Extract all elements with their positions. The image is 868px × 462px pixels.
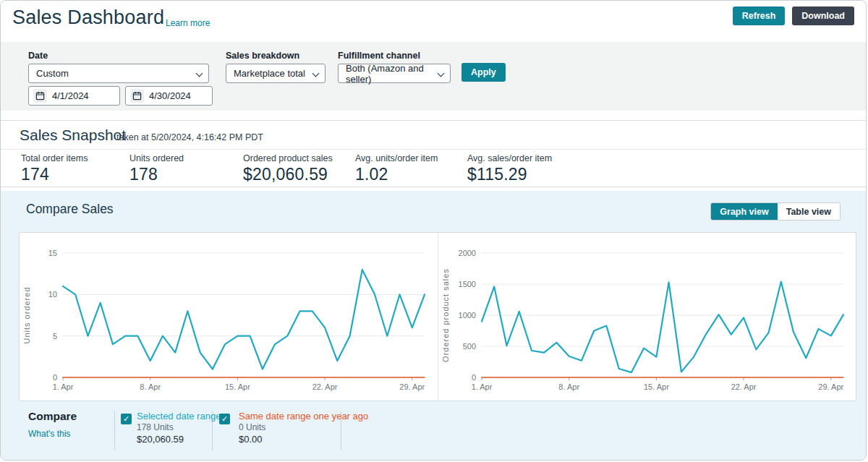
svg-text:1. Apr: 1. Apr [472,382,493,391]
svg-text:500: 500 [463,342,476,351]
units-ordered-chart: 0510151. Apr8. Apr15. Apr22. Apr29. AprU… [20,233,438,401]
svg-text:15: 15 [48,249,57,257]
svg-text:1000: 1000 [459,311,476,320]
sales-breakdown-label: Sales breakdown [226,51,299,61]
end-date-input[interactable] [125,86,213,106]
compare-sales-title: Compare Sales [26,202,114,217]
svg-text:1500: 1500 [459,280,476,288]
sales-snapshot-card: Sales Snapshot taken at 5/20/2024, 4:16:… [1,120,866,187]
sales-snapshot-title: Sales Snapshot [20,127,126,144]
divider [1,149,866,150]
svg-text:5: 5 [53,332,57,341]
whats-this-link[interactable]: What's this [28,429,70,439]
page-header: Sales Dashboard Learn more Refresh Downl… [1,1,866,42]
apply-button[interactable]: Apply [461,63,506,82]
legend-units: 178 Units [137,422,221,432]
svg-text:15. Apr: 15. Apr [644,382,669,391]
ordered-product-sales-chart: 05001000150020001. Apr8. Apr15. Apr22. A… [438,233,856,401]
svg-text:0: 0 [53,373,57,382]
filter-bar: Date Custom Sales breakdown Marketplace … [1,42,866,111]
svg-text:10: 10 [48,290,57,299]
legend-label: Same date range one year ago [239,411,368,422]
svg-text:1. Apr: 1. Apr [53,382,74,391]
fulfillment-channel-label: Fulfillment channel [338,51,420,61]
date-filter-label: Date [28,51,48,61]
charts-card: 0510151. Apr8. Apr15. Apr22. Apr29. AprU… [19,232,856,401]
svg-text:15. Apr: 15. Apr [225,382,250,391]
svg-text:22. Apr: 22. Apr [731,382,757,391]
svg-text:29. Apr: 29. Apr [399,382,425,391]
legend-label: Selected date range [137,411,221,422]
page-title: Sales Dashboard [12,7,164,29]
svg-text:8. Apr: 8. Apr [558,382,579,391]
svg-text:0: 0 [472,373,476,382]
start-date-input[interactable] [28,86,120,106]
header-actions: Refresh Download [733,7,854,25]
learn-more-link[interactable]: Learn more [166,18,210,28]
stat-total-order-items: Total order items 174 [21,153,88,184]
chevron-down-icon [438,70,445,77]
graph-view-button[interactable]: Graph view [711,203,777,220]
fulfillment-channel-select[interactable]: Both (Amazon and seller) [338,64,451,83]
table-view-button[interactable]: Table view [778,203,840,220]
calendar-icon [33,89,47,103]
sales-dashboard-page: Sales Dashboard Learn more Refresh Downl… [0,0,867,461]
stat-units-ordered: Units ordered 178 [129,153,184,184]
chevron-down-icon [312,70,320,77]
snapshot-timestamp: taken at 5/20/2024, 4:16:42 PM PDT [116,132,263,142]
legend-sales: $20,060.59 [137,434,221,445]
stat-avg-units-per-order: Avg. units/order item 1.02 [355,153,438,184]
svg-text:Ordered product sales: Ordered product sales [441,268,450,362]
year-ago-legend: Same date range one year ago 0 Units $0.… [239,411,368,445]
stat-ordered-product-sales: Ordered product sales $20,060.59 [243,153,333,184]
stat-avg-sales-per-order: Avg. sales/order item $115.29 [467,153,552,184]
compare-heading: Compare [28,410,77,423]
svg-text:8. Apr: 8. Apr [140,382,161,391]
download-button[interactable]: Download [792,7,854,25]
view-toggle: Graph view Table view [710,202,841,221]
divider [114,411,115,450]
selected-date-range-checkbox[interactable]: ✓ [121,414,132,424]
selected-date-range-legend: Selected date range 178 Units $20,060.59 [137,411,221,445]
year-ago-checkbox[interactable]: ✓ [219,414,230,424]
svg-text:2000: 2000 [459,249,476,257]
start-date-field[interactable] [52,90,114,101]
chevron-down-icon [196,70,203,77]
legend-units: 0 Units [239,422,368,432]
svg-text:Units ordered: Units ordered [22,286,31,343]
svg-text:29. Apr: 29. Apr [818,382,843,391]
legend-sales: $0.00 [239,434,368,445]
sales-breakdown-select[interactable]: Marketplace total [226,64,326,83]
end-date-field[interactable] [149,90,206,101]
calendar-icon [130,89,144,103]
compare-sales-section: Compare Sales Graph view Table view 0510… [1,191,866,460]
svg-text:22. Apr: 22. Apr [312,382,338,391]
refresh-button[interactable]: Refresh [733,7,786,25]
date-range-select[interactable]: Custom [28,64,209,83]
